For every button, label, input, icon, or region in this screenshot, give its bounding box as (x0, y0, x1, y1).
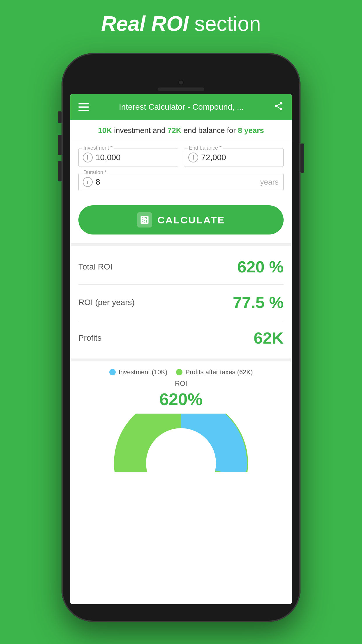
legend-dot-blue (109, 369, 116, 375)
end-balance-label: End balance * (188, 145, 223, 151)
calculate-section: CALCULATE (70, 200, 292, 243)
chart-legend: Investment (10K) Profits after taxes (62… (78, 368, 284, 376)
volume-up-button (58, 135, 61, 155)
roi-per-year-label: ROI (per years) (78, 298, 135, 307)
input-section: Investment * i 10,000 End balance * i (70, 141, 292, 200)
roi-per-year-row: ROI (per years) 77.5 % (78, 285, 284, 320)
phone-shell: Interest Calculator - Compound, ... 10K … (61, 53, 301, 622)
speaker-grille (158, 88, 204, 91)
duration-info-icon[interactable]: i (83, 177, 93, 187)
end-balance-value: 72,000 (201, 153, 279, 162)
end-balance-field[interactable]: End balance * i 72,000 (184, 148, 284, 167)
investment-highlight: 10K (98, 126, 112, 135)
investment-field[interactable]: Investment * i 10,000 (78, 148, 178, 167)
calculate-button[interactable]: CALCULATE (78, 205, 284, 235)
app-title: Interest Calculator - Compound, ... (89, 102, 274, 112)
legend-profits-label: Profits after taxes (62K) (185, 368, 253, 376)
page-title-strong: Real ROI (101, 12, 189, 35)
summary-text-mid2: end balance for (184, 126, 238, 135)
page-title-normal: section (189, 12, 261, 35)
volume-down-button (58, 161, 61, 181)
total-roi-row: Total ROI 620 % (78, 249, 284, 285)
legend-investment-label: Investment (10K) (119, 368, 168, 376)
mute-button (58, 111, 61, 123)
calculator-icon (137, 212, 152, 228)
duration-suffix: years (260, 178, 279, 187)
investment-value: 10,000 (96, 153, 173, 162)
chart-roi-value: 620% (78, 389, 284, 409)
duration-field[interactable]: Duration * i 8 years (78, 173, 284, 191)
input-row-top: Investment * i 10,000 End balance * i (78, 148, 284, 167)
end-balance-highlight: 72K (168, 126, 182, 135)
menu-icon[interactable] (78, 103, 89, 111)
duration-highlight: 8 years (238, 126, 264, 135)
app-header: Interest Calculator - Compound, ... (70, 94, 292, 120)
end-balance-info-icon[interactable]: i (188, 153, 198, 162)
chart-container (78, 414, 284, 472)
profits-label: Profits (78, 333, 101, 343)
summary-banner: 10K investment and 72K end balance for 8… (70, 120, 292, 141)
roi-per-year-value: 77.5 % (233, 293, 284, 312)
calculate-label: CALCULATE (157, 214, 225, 226)
investment-info-icon[interactable]: i (83, 153, 93, 162)
duration-label: Duration * (82, 169, 108, 176)
share-icon[interactable] (274, 101, 284, 113)
legend-investment: Investment (10K) (109, 368, 168, 376)
phone-screen: Interest Calculator - Compound, ... 10K … (70, 94, 292, 604)
investment-label: Investment * (82, 145, 114, 151)
total-roi-value: 620 % (237, 257, 284, 276)
legend-dot-green (176, 369, 182, 375)
chart-section: Investment (10K) Profits after taxes (62… (70, 361, 292, 604)
profits-value: 62K (254, 328, 284, 347)
profits-row: Profits 62K (78, 320, 284, 356)
phone-top (61, 53, 301, 94)
power-button (301, 144, 304, 173)
total-roi-label: Total ROI (78, 262, 113, 272)
chart-title: ROI (78, 379, 284, 388)
duration-value: 8 (96, 177, 257, 187)
front-camera (178, 80, 184, 85)
legend-profits: Profits after taxes (62K) (176, 368, 253, 376)
summary-text-mid: investment and (114, 126, 168, 135)
results-section: Total ROI 620 % ROI (per years) 77.5 % P… (70, 246, 292, 358)
page-heading: Real ROI section (101, 12, 261, 36)
pie-chart-svg (108, 414, 254, 472)
